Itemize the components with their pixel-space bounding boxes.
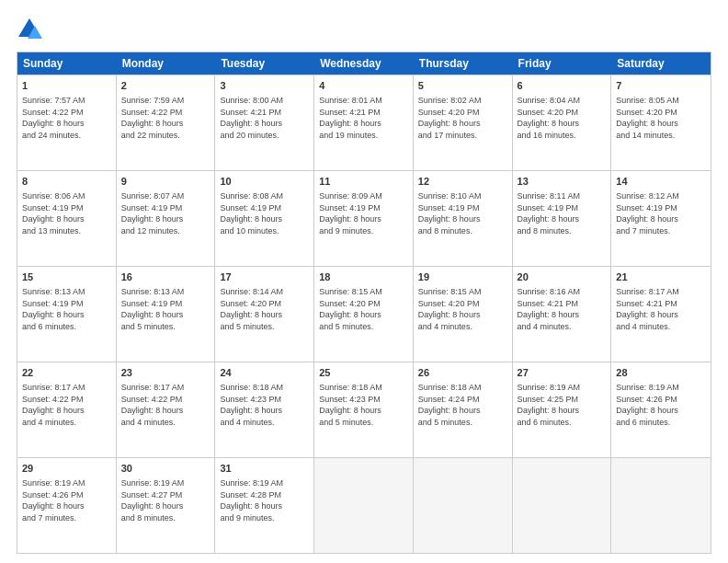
calendar-row: 8Sunrise: 8:06 AM Sunset: 4:19 PM Daylig… bbox=[17, 170, 711, 266]
day-number: 13 bbox=[518, 175, 607, 189]
day-cell: 25Sunrise: 8:18 AM Sunset: 4:23 PM Dayli… bbox=[314, 362, 414, 457]
day-cell: 5Sunrise: 8:02 AM Sunset: 4:20 PM Daylig… bbox=[414, 75, 513, 170]
day-info: Sunrise: 8:09 AM Sunset: 4:19 PM Dayligh… bbox=[319, 191, 382, 236]
day-info: Sunrise: 8:16 AM Sunset: 4:21 PM Dayligh… bbox=[518, 287, 581, 331]
day-cell: 24Sunrise: 8:18 AM Sunset: 4:23 PM Dayli… bbox=[215, 362, 314, 457]
day-cell: 6Sunrise: 8:04 AM Sunset: 4:20 PM Daylig… bbox=[513, 75, 612, 170]
day-info: Sunrise: 8:02 AM Sunset: 4:20 PM Dayligh… bbox=[418, 96, 482, 140]
empty-cell bbox=[611, 458, 711, 553]
day-number: 9 bbox=[121, 175, 210, 189]
day-number: 27 bbox=[518, 366, 607, 380]
day-info: Sunrise: 8:19 AM Sunset: 4:25 PM Dayligh… bbox=[518, 383, 581, 427]
day-info: Sunrise: 8:15 AM Sunset: 4:20 PM Dayligh… bbox=[319, 287, 382, 331]
day-info: Sunrise: 8:06 AM Sunset: 4:19 PM Dayligh… bbox=[22, 191, 85, 236]
day-number: 29 bbox=[22, 462, 111, 476]
day-cell: 13Sunrise: 8:11 AM Sunset: 4:19 PM Dayli… bbox=[513, 171, 612, 266]
day-info: Sunrise: 8:12 AM Sunset: 4:19 PM Dayligh… bbox=[616, 191, 679, 236]
page: SundayMondayTuesdayWednesdayThursdayFrid… bbox=[0, 0, 728, 563]
day-info: Sunrise: 8:19 AM Sunset: 4:26 PM Dayligh… bbox=[22, 478, 85, 523]
day-info: Sunrise: 8:18 AM Sunset: 4:23 PM Dayligh… bbox=[319, 383, 382, 427]
day-cell: 23Sunrise: 8:17 AM Sunset: 4:22 PM Dayli… bbox=[117, 362, 216, 457]
day-number: 16 bbox=[121, 270, 210, 284]
day-cell: 31Sunrise: 8:19 AM Sunset: 4:28 PM Dayli… bbox=[215, 458, 314, 553]
day-info: Sunrise: 8:11 AM Sunset: 4:19 PM Dayligh… bbox=[518, 191, 581, 236]
empty-cell bbox=[513, 458, 612, 553]
calendar-body: 1Sunrise: 7:57 AM Sunset: 4:22 PM Daylig… bbox=[17, 75, 711, 553]
day-number: 7 bbox=[616, 79, 706, 93]
day-number: 5 bbox=[418, 79, 507, 93]
calendar-row: 15Sunrise: 8:13 AM Sunset: 4:19 PM Dayli… bbox=[17, 266, 711, 362]
day-info: Sunrise: 8:15 AM Sunset: 4:20 PM Dayligh… bbox=[418, 287, 482, 331]
day-cell: 2Sunrise: 7:59 AM Sunset: 4:22 PM Daylig… bbox=[117, 75, 216, 170]
day-info: Sunrise: 8:01 AM Sunset: 4:21 PM Dayligh… bbox=[319, 96, 382, 140]
day-info: Sunrise: 8:18 AM Sunset: 4:24 PM Dayligh… bbox=[418, 383, 482, 427]
header bbox=[17, 17, 711, 42]
day-info: Sunrise: 8:13 AM Sunset: 4:19 PM Dayligh… bbox=[22, 287, 85, 331]
day-cell: 4Sunrise: 8:01 AM Sunset: 4:21 PM Daylig… bbox=[314, 75, 414, 170]
day-number: 30 bbox=[121, 462, 210, 476]
day-number: 18 bbox=[319, 270, 408, 284]
day-cell: 27Sunrise: 8:19 AM Sunset: 4:25 PM Dayli… bbox=[513, 362, 612, 457]
empty-cell bbox=[414, 458, 513, 553]
day-number: 2 bbox=[121, 79, 210, 93]
day-info: Sunrise: 8:17 AM Sunset: 4:21 PM Dayligh… bbox=[616, 287, 679, 331]
day-number: 12 bbox=[418, 175, 507, 189]
header-day: Thursday bbox=[414, 52, 513, 75]
day-number: 3 bbox=[220, 79, 309, 93]
day-cell: 9Sunrise: 8:07 AM Sunset: 4:19 PM Daylig… bbox=[117, 171, 216, 266]
logo-icon bbox=[17, 17, 42, 42]
day-number: 10 bbox=[220, 175, 309, 189]
day-cell: 20Sunrise: 8:16 AM Sunset: 4:21 PM Dayli… bbox=[513, 267, 612, 362]
day-number: 26 bbox=[418, 366, 507, 380]
day-info: Sunrise: 7:59 AM Sunset: 4:22 PM Dayligh… bbox=[121, 96, 185, 140]
header-day: Wednesday bbox=[314, 52, 414, 75]
day-info: Sunrise: 8:17 AM Sunset: 4:22 PM Dayligh… bbox=[121, 383, 185, 427]
calendar-row: 1Sunrise: 7:57 AM Sunset: 4:22 PM Daylig… bbox=[17, 75, 711, 170]
day-info: Sunrise: 8:17 AM Sunset: 4:22 PM Dayligh… bbox=[22, 383, 85, 427]
calendar: SundayMondayTuesdayWednesdayThursdayFrid… bbox=[17, 52, 711, 554]
day-cell: 15Sunrise: 8:13 AM Sunset: 4:19 PM Dayli… bbox=[17, 267, 117, 362]
day-info: Sunrise: 8:19 AM Sunset: 4:27 PM Dayligh… bbox=[121, 478, 185, 523]
day-number: 25 bbox=[319, 366, 408, 380]
day-info: Sunrise: 8:14 AM Sunset: 4:20 PM Dayligh… bbox=[220, 287, 283, 331]
day-cell: 21Sunrise: 8:17 AM Sunset: 4:21 PM Dayli… bbox=[611, 267, 711, 362]
day-number: 17 bbox=[220, 270, 309, 284]
day-cell: 8Sunrise: 8:06 AM Sunset: 4:19 PM Daylig… bbox=[17, 171, 117, 266]
day-info: Sunrise: 8:13 AM Sunset: 4:19 PM Dayligh… bbox=[121, 287, 185, 331]
empty-cell bbox=[314, 458, 414, 553]
day-cell: 1Sunrise: 7:57 AM Sunset: 4:22 PM Daylig… bbox=[17, 75, 117, 170]
day-number: 11 bbox=[319, 175, 408, 189]
day-number: 4 bbox=[319, 79, 408, 93]
day-number: 14 bbox=[616, 175, 706, 189]
day-cell: 17Sunrise: 8:14 AM Sunset: 4:20 PM Dayli… bbox=[215, 267, 314, 362]
day-number: 19 bbox=[418, 270, 507, 284]
day-cell: 11Sunrise: 8:09 AM Sunset: 4:19 PM Dayli… bbox=[314, 171, 414, 266]
day-cell: 29Sunrise: 8:19 AM Sunset: 4:26 PM Dayli… bbox=[17, 458, 117, 553]
day-cell: 28Sunrise: 8:19 AM Sunset: 4:26 PM Dayli… bbox=[611, 362, 711, 457]
day-number: 21 bbox=[616, 270, 706, 284]
day-number: 15 bbox=[22, 270, 111, 284]
day-info: Sunrise: 8:19 AM Sunset: 4:28 PM Dayligh… bbox=[220, 478, 283, 523]
day-info: Sunrise: 8:18 AM Sunset: 4:23 PM Dayligh… bbox=[220, 383, 283, 427]
logo bbox=[17, 17, 46, 42]
day-cell: 14Sunrise: 8:12 AM Sunset: 4:19 PM Dayli… bbox=[611, 171, 711, 266]
day-cell: 3Sunrise: 8:00 AM Sunset: 4:21 PM Daylig… bbox=[215, 75, 314, 170]
day-cell: 19Sunrise: 8:15 AM Sunset: 4:20 PM Dayli… bbox=[414, 267, 513, 362]
day-info: Sunrise: 8:08 AM Sunset: 4:19 PM Dayligh… bbox=[220, 191, 283, 236]
day-number: 31 bbox=[220, 462, 309, 476]
day-cell: 16Sunrise: 8:13 AM Sunset: 4:19 PM Dayli… bbox=[117, 267, 216, 362]
header-day: Friday bbox=[513, 52, 612, 75]
day-number: 24 bbox=[220, 366, 309, 380]
day-number: 1 bbox=[22, 79, 111, 93]
header-day: Sunday bbox=[17, 52, 117, 75]
day-number: 20 bbox=[518, 270, 607, 284]
day-info: Sunrise: 7:57 AM Sunset: 4:22 PM Dayligh… bbox=[22, 96, 85, 140]
day-number: 6 bbox=[518, 79, 607, 93]
day-cell: 7Sunrise: 8:05 AM Sunset: 4:20 PM Daylig… bbox=[611, 75, 711, 170]
day-info: Sunrise: 8:10 AM Sunset: 4:19 PM Dayligh… bbox=[418, 191, 482, 236]
header-day: Monday bbox=[117, 52, 216, 75]
day-cell: 10Sunrise: 8:08 AM Sunset: 4:19 PM Dayli… bbox=[215, 171, 314, 266]
calendar-row: 29Sunrise: 8:19 AM Sunset: 4:26 PM Dayli… bbox=[17, 457, 711, 553]
day-number: 28 bbox=[616, 366, 706, 380]
day-cell: 18Sunrise: 8:15 AM Sunset: 4:20 PM Dayli… bbox=[314, 267, 414, 362]
